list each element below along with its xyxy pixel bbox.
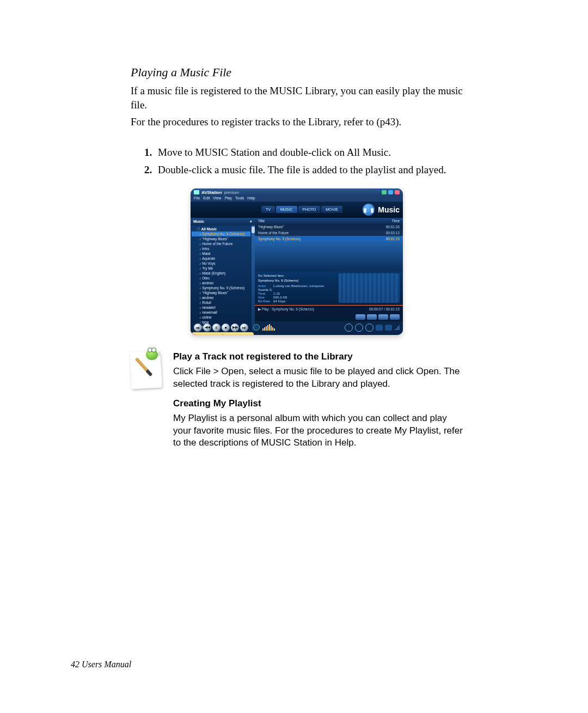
frog-icon — [146, 349, 158, 360]
tree-item[interactable]: ♪andnec — [192, 295, 250, 300]
loop-icon[interactable] — [365, 324, 373, 332]
tree-item[interactable]: ♪Oleo — [192, 276, 250, 281]
menu-edit[interactable]: Edit — [203, 196, 210, 200]
minimize-icon[interactable] — [382, 190, 387, 194]
rewind-button[interactable]: ◀◀ — [203, 324, 211, 332]
tree-item[interactable]: ♪Mask — [192, 251, 250, 256]
app-title: AVStation — [201, 190, 222, 195]
step-1: Move to MUSIC Station and double-click o… — [155, 144, 463, 161]
station-row: TV MUSIC PHOTO MOVIE Music — [191, 202, 403, 218]
note-icon — [131, 351, 161, 388]
tree-root-all-music[interactable]: 🎵 All Music — [192, 227, 250, 231]
col-time[interactable]: Time — [392, 219, 400, 223]
menu-bar: File Edit View Play Tools Help — [191, 195, 403, 202]
tree-item[interactable]: ♪"Highway Blues" — [192, 290, 250, 295]
table-row[interactable]: "Highway Blues" 00:01:33 — [255, 224, 403, 230]
add-button[interactable]: ＋ — [192, 332, 254, 335]
tab-photo[interactable]: PHOTO — [298, 206, 321, 213]
intro-line-1: If a music file is registered to the MUS… — [131, 84, 463, 112]
tree-item[interactable]: ♪newalert — [192, 305, 250, 310]
tree-item[interactable]: ♪No Voys — [192, 261, 250, 266]
tree-item[interactable]: ♪newemail — [192, 310, 250, 315]
tree-item[interactable]: ♪Mask (English) — [192, 271, 250, 276]
chevron-down-icon[interactable]: ▾ — [250, 220, 252, 224]
tree-item[interactable]: ♪Aqueste — [192, 256, 250, 261]
note2-body: My Playlist is a personal album with whi… — [173, 412, 463, 450]
mini-buttons — [255, 313, 403, 321]
steps-list: Move to MUSIC Station and double-click o… — [131, 144, 463, 179]
mini-button[interactable] — [367, 314, 377, 320]
mute-icon[interactable] — [253, 324, 260, 331]
mini-button[interactable] — [356, 314, 365, 320]
note1-body: Click File > Open, select a music file t… — [173, 365, 463, 391]
tree-item[interactable]: ♪"Highway Blues" — [192, 236, 250, 241]
col-title[interactable]: Title — [258, 219, 265, 223]
headphones-icon — [363, 204, 375, 216]
tab-tv[interactable]: TV — [261, 206, 275, 213]
mini-button[interactable] — [390, 314, 400, 320]
tree-item[interactable]: ♪Intro — [192, 246, 250, 251]
window-titlebar: AVStation premium — [191, 188, 403, 195]
playlist-icon[interactable] — [376, 325, 383, 331]
equalizer-icon — [262, 324, 275, 331]
details-track-title: Symphony No. 9 (Scherzo) — [258, 278, 334, 282]
library-tree: 🎵 All Music ♪Symphony No. 9 (Scherzo) ♪"… — [191, 226, 252, 331]
lyrics-icon[interactable] — [385, 325, 392, 331]
intro-line-2: For the procedures to register tracks to… — [131, 115, 463, 129]
mini-button[interactable] — [378, 314, 388, 320]
tree-item[interactable]: ♪Home of the Future — [192, 241, 250, 246]
tree-item[interactable]: ♪Rotuli — [192, 300, 250, 305]
sidebar-header: Music — [193, 220, 204, 223]
station-label: Music — [378, 205, 400, 214]
step-2: Double-click a music file. The file is a… — [155, 162, 463, 178]
monitor-icon — [194, 190, 199, 194]
maximize-icon[interactable] — [388, 190, 393, 194]
shuffle-icon[interactable] — [355, 324, 363, 332]
page-footer: 42 Users Manual — [71, 660, 131, 669]
details-panel: No Selected Item Symphony No. 9 (Scherzo… — [255, 271, 403, 305]
pause-button[interactable]: ⏸ — [212, 324, 220, 332]
visualizer-icon — [339, 273, 400, 303]
app-subtitle: premium — [224, 191, 239, 194]
menu-file[interactable]: File — [194, 196, 200, 200]
stop-button[interactable]: ■ — [222, 324, 230, 332]
table-row-selected[interactable]: Symphony No. 9 (Scherzo) 00:01:15 — [255, 236, 403, 242]
tree-item[interactable]: ♪Symphony No. 9 (Scherzo) — [192, 231, 250, 236]
tree-item[interactable]: ♪online — [192, 315, 250, 320]
section-title: Playing a Music File — [131, 65, 463, 80]
sidebar: Music ▾ 🎵 All Music ♪Symphony No. 9 (Sch… — [191, 218, 255, 321]
forward-button[interactable]: ▶▶ — [231, 324, 239, 332]
repeat-icon[interactable] — [345, 324, 353, 332]
close-icon[interactable] — [395, 190, 400, 194]
note1-title: Play a Track not registered to the Libra… — [173, 351, 463, 362]
details-header: No Selected Item — [258, 273, 334, 277]
now-playing-bar: ▶ Play : Symphony No. 9 (Scherzo) 00:00:… — [255, 305, 403, 313]
note2-title: Creating My Playlist — [173, 398, 463, 409]
next-track-button[interactable]: ⏭ — [240, 324, 248, 332]
tree-item[interactable]: ♪andnec — [192, 281, 250, 285]
menu-tools[interactable]: Tools — [235, 196, 244, 200]
prev-track-button[interactable]: ⏮ — [194, 324, 202, 332]
table-row[interactable]: Home of the Future 00:03:13 — [255, 230, 403, 236]
tab-music[interactable]: MUSIC — [276, 206, 297, 213]
app-screenshot: AVStation premium File Edit View Play To… — [191, 188, 403, 335]
menu-play[interactable]: Play — [224, 196, 232, 200]
tab-movie[interactable]: MOVIE — [321, 206, 342, 213]
tree-item[interactable]: ♪Symphony No. 9 (Scherzo) — [192, 285, 250, 290]
resize-grip-icon[interactable] — [394, 325, 400, 330]
menu-view[interactable]: View — [213, 196, 221, 200]
menu-help[interactable]: Help — [247, 196, 255, 200]
list-empty-area — [255, 242, 403, 271]
tree-item[interactable]: ♪Try Me — [192, 266, 250, 271]
track-list: Title Time "Highway Blues" 00:01:33 Home… — [255, 218, 403, 271]
